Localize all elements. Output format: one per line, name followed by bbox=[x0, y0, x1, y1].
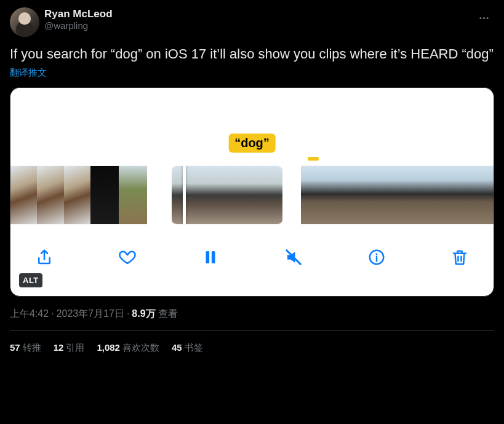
heart-icon bbox=[118, 248, 137, 266]
handle: @warpling bbox=[44, 20, 468, 32]
media-card: “dog” bbox=[10, 87, 494, 297]
tweet-meta: 上午4:42 · 2023年7月17日 · 8.9万 查看 bbox=[10, 308, 494, 321]
svg-point-0 bbox=[479, 17, 481, 18]
display-name: Ryan McLeod bbox=[44, 7, 468, 20]
mute-icon bbox=[284, 248, 303, 266]
search-marker bbox=[308, 157, 319, 161]
media-toolbar bbox=[10, 225, 494, 276]
svg-rect-3 bbox=[206, 251, 210, 263]
clip-thumb[interactable] bbox=[301, 166, 494, 225]
info-icon bbox=[367, 248, 386, 266]
mute-button[interactable] bbox=[282, 246, 305, 269]
playhead[interactable] bbox=[183, 166, 186, 225]
share-button[interactable] bbox=[33, 246, 56, 269]
author-names[interactable]: Ryan McLeod @warpling bbox=[44, 7, 468, 32]
clip-thumb[interactable] bbox=[90, 166, 119, 225]
meta-sep: · bbox=[127, 308, 129, 319]
meta-sep: · bbox=[51, 308, 54, 319]
avatar[interactable] bbox=[10, 7, 39, 37]
svg-rect-4 bbox=[212, 251, 215, 263]
meta-time[interactable]: 上午4:42 bbox=[10, 308, 49, 321]
stat-quotes[interactable]: 12引用 bbox=[54, 342, 85, 354]
media-top: “dog” bbox=[10, 88, 494, 166]
meta-date[interactable]: 2023年7月17日 bbox=[57, 308, 124, 321]
tweet-stats: 57转推 12引用 1,082喜欢次数 45书签 bbox=[10, 331, 494, 354]
tweet: Ryan McLeod @warpling If you search for … bbox=[0, 0, 504, 354]
more-button[interactable] bbox=[473, 7, 494, 28]
tweet-text: If you search for “dog” on iOS 17 it’ll … bbox=[10, 46, 494, 63]
svg-point-1 bbox=[482, 17, 484, 18]
stat-retweets[interactable]: 57转推 bbox=[10, 342, 41, 354]
timeline-gap bbox=[282, 166, 301, 225]
views-label: 查看 bbox=[158, 308, 178, 321]
svg-point-7 bbox=[376, 253, 378, 255]
pause-button[interactable] bbox=[199, 246, 222, 269]
timeline-gap bbox=[147, 166, 172, 225]
stat-likes[interactable]: 1,082喜欢次数 bbox=[97, 342, 159, 354]
clip-thumb[interactable] bbox=[119, 166, 147, 225]
video-timeline[interactable] bbox=[10, 166, 494, 225]
more-icon bbox=[478, 12, 490, 24]
like-button[interactable] bbox=[116, 246, 139, 269]
trash-icon bbox=[450, 248, 469, 266]
trash-button[interactable] bbox=[448, 246, 471, 269]
info-button[interactable] bbox=[365, 246, 388, 269]
views-count: 8.9万 bbox=[132, 308, 155, 321]
alt-badge[interactable]: ALT bbox=[19, 273, 42, 287]
search-tooltip: “dog” bbox=[228, 134, 276, 153]
clip-thumb-selected[interactable] bbox=[172, 166, 282, 225]
pause-icon bbox=[201, 248, 220, 266]
translate-link[interactable]: 翻译推文 bbox=[10, 67, 47, 79]
share-icon bbox=[35, 248, 54, 266]
svg-point-2 bbox=[486, 17, 488, 18]
clip-thumb[interactable] bbox=[10, 166, 90, 225]
stat-bookmarks[interactable]: 45书签 bbox=[172, 342, 203, 354]
tweet-header: Ryan McLeod @warpling bbox=[10, 7, 494, 37]
